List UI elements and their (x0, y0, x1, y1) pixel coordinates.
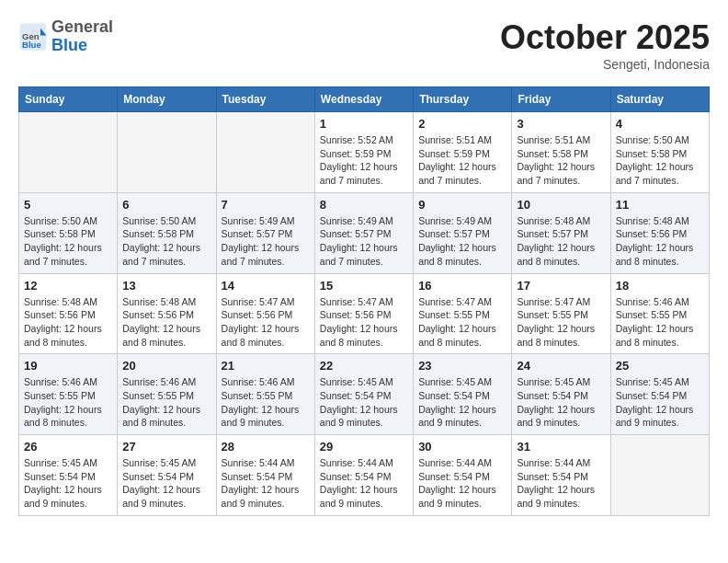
weekday-header-monday: Monday (118, 87, 216, 112)
day-info: Sunrise: 5:49 AMSunset: 5:57 PMDaylight:… (222, 214, 310, 269)
day-cell: 7Sunrise: 5:49 AMSunset: 5:57 PMDaylight… (216, 192, 314, 273)
day-number: 7 (222, 198, 310, 212)
day-cell: 13Sunrise: 5:48 AMSunset: 5:56 PMDayligh… (118, 273, 216, 354)
day-cell: 16Sunrise: 5:47 AMSunset: 5:55 PMDayligh… (414, 273, 512, 354)
day-cell: 11Sunrise: 5:48 AMSunset: 5:56 PMDayligh… (610, 192, 709, 273)
day-cell (19, 112, 118, 193)
day-number: 22 (320, 359, 408, 373)
title-block: October 2025 Sengeti, Indonesia (500, 18, 710, 72)
page-header: Gen Blue General Blue October 2025 Senge… (18, 18, 710, 72)
weekday-header-row: SundayMondayTuesdayWednesdayThursdayFrid… (19, 87, 710, 112)
day-number: 11 (616, 198, 704, 212)
day-cell: 27Sunrise: 5:45 AMSunset: 5:54 PMDayligh… (118, 435, 216, 516)
day-cell: 25Sunrise: 5:45 AMSunset: 5:54 PMDayligh… (610, 354, 709, 435)
day-number: 15 (320, 279, 408, 293)
day-info: Sunrise: 5:50 AMSunset: 5:58 PMDaylight:… (616, 133, 704, 188)
day-cell: 5Sunrise: 5:50 AMSunset: 5:58 PMDaylight… (19, 192, 118, 273)
day-info: Sunrise: 5:49 AMSunset: 5:57 PMDaylight:… (418, 214, 506, 269)
day-number: 18 (616, 279, 704, 293)
day-info: Sunrise: 5:44 AMSunset: 5:54 PMDaylight:… (222, 456, 310, 511)
logo-blue: Blue (51, 37, 113, 55)
day-cell: 10Sunrise: 5:48 AMSunset: 5:57 PMDayligh… (512, 192, 610, 273)
day-info: Sunrise: 5:52 AMSunset: 5:59 PMDaylight:… (320, 133, 408, 188)
day-cell: 14Sunrise: 5:47 AMSunset: 5:56 PMDayligh… (216, 273, 314, 354)
day-info: Sunrise: 5:45 AMSunset: 5:54 PMDaylight:… (418, 375, 506, 430)
day-number: 16 (418, 279, 506, 293)
day-info: Sunrise: 5:48 AMSunset: 5:57 PMDaylight:… (517, 214, 605, 269)
day-cell: 24Sunrise: 5:45 AMSunset: 5:54 PMDayligh… (512, 354, 610, 435)
day-info: Sunrise: 5:47 AMSunset: 5:56 PMDaylight:… (222, 295, 310, 350)
day-cell: 4Sunrise: 5:50 AMSunset: 5:58 PMDaylight… (610, 112, 709, 193)
week-row-4: 19Sunrise: 5:46 AMSunset: 5:55 PMDayligh… (19, 354, 710, 435)
day-cell: 17Sunrise: 5:47 AMSunset: 5:55 PMDayligh… (512, 273, 610, 354)
day-number: 31 (517, 440, 605, 454)
day-number: 6 (122, 198, 210, 212)
logo-icon: Gen Blue (18, 22, 48, 52)
day-cell (610, 435, 709, 516)
day-cell: 1Sunrise: 5:52 AMSunset: 5:59 PMDaylight… (314, 112, 413, 193)
day-info: Sunrise: 5:50 AMSunset: 5:58 PMDaylight:… (122, 214, 210, 269)
day-cell: 20Sunrise: 5:46 AMSunset: 5:55 PMDayligh… (118, 354, 216, 435)
day-info: Sunrise: 5:47 AMSunset: 5:55 PMDaylight:… (517, 295, 605, 350)
day-info: Sunrise: 5:45 AMSunset: 5:54 PMDaylight:… (616, 375, 704, 430)
day-info: Sunrise: 5:44 AMSunset: 5:54 PMDaylight:… (418, 456, 506, 511)
day-cell: 29Sunrise: 5:44 AMSunset: 5:54 PMDayligh… (314, 435, 413, 516)
day-info: Sunrise: 5:47 AMSunset: 5:55 PMDaylight:… (418, 295, 506, 350)
day-info: Sunrise: 5:50 AMSunset: 5:58 PMDaylight:… (24, 214, 112, 269)
day-number: 3 (517, 117, 605, 131)
day-cell: 22Sunrise: 5:45 AMSunset: 5:54 PMDayligh… (314, 354, 413, 435)
weekday-header-sunday: Sunday (19, 87, 118, 112)
day-cell: 28Sunrise: 5:44 AMSunset: 5:54 PMDayligh… (216, 435, 314, 516)
logo: Gen Blue General Blue (18, 18, 113, 55)
day-info: Sunrise: 5:46 AMSunset: 5:55 PMDaylight:… (616, 295, 704, 350)
day-number: 17 (517, 279, 605, 293)
day-number: 25 (616, 359, 704, 373)
day-number: 12 (24, 279, 112, 293)
day-number: 9 (418, 198, 506, 212)
day-info: Sunrise: 5:44 AMSunset: 5:54 PMDaylight:… (320, 456, 408, 511)
subtitle: Sengeti, Indonesia (500, 57, 710, 72)
logo-general: General (51, 18, 113, 37)
day-cell (118, 112, 216, 193)
day-number: 21 (222, 359, 310, 373)
day-number: 28 (222, 440, 310, 454)
day-cell: 2Sunrise: 5:51 AMSunset: 5:59 PMDaylight… (414, 112, 512, 193)
month-title: October 2025 (500, 18, 710, 57)
day-cell: 6Sunrise: 5:50 AMSunset: 5:58 PMDaylight… (118, 192, 216, 273)
logo-text: General Blue (51, 18, 113, 55)
day-number: 8 (320, 198, 408, 212)
day-number: 23 (418, 359, 506, 373)
day-number: 24 (517, 359, 605, 373)
week-row-5: 26Sunrise: 5:45 AMSunset: 5:54 PMDayligh… (19, 435, 710, 516)
day-number: 5 (24, 198, 112, 212)
day-info: Sunrise: 5:48 AMSunset: 5:56 PMDaylight:… (616, 214, 704, 269)
day-cell: 31Sunrise: 5:44 AMSunset: 5:54 PMDayligh… (512, 435, 610, 516)
svg-text:Blue: Blue (22, 40, 41, 50)
day-cell: 21Sunrise: 5:46 AMSunset: 5:55 PMDayligh… (216, 354, 314, 435)
day-info: Sunrise: 5:49 AMSunset: 5:57 PMDaylight:… (320, 214, 408, 269)
week-row-3: 12Sunrise: 5:48 AMSunset: 5:56 PMDayligh… (19, 273, 710, 354)
day-info: Sunrise: 5:45 AMSunset: 5:54 PMDaylight:… (122, 456, 210, 511)
day-info: Sunrise: 5:44 AMSunset: 5:54 PMDaylight:… (517, 456, 605, 511)
day-number: 13 (122, 279, 210, 293)
week-row-2: 5Sunrise: 5:50 AMSunset: 5:58 PMDaylight… (19, 192, 710, 273)
day-cell (216, 112, 314, 193)
weekday-header-friday: Friday (512, 87, 610, 112)
day-info: Sunrise: 5:45 AMSunset: 5:54 PMDaylight:… (517, 375, 605, 430)
day-number: 2 (418, 117, 506, 131)
calendar-table: SundayMondayTuesdayWednesdayThursdayFrid… (18, 86, 710, 516)
day-number: 19 (24, 359, 112, 373)
day-info: Sunrise: 5:46 AMSunset: 5:55 PMDaylight:… (222, 375, 310, 430)
day-info: Sunrise: 5:51 AMSunset: 5:58 PMDaylight:… (517, 133, 605, 188)
day-number: 4 (616, 117, 704, 131)
day-number: 14 (222, 279, 310, 293)
day-number: 29 (320, 440, 408, 454)
day-cell: 9Sunrise: 5:49 AMSunset: 5:57 PMDaylight… (414, 192, 512, 273)
week-row-1: 1Sunrise: 5:52 AMSunset: 5:59 PMDaylight… (19, 112, 710, 193)
day-info: Sunrise: 5:45 AMSunset: 5:54 PMDaylight:… (320, 375, 408, 430)
day-cell: 15Sunrise: 5:47 AMSunset: 5:56 PMDayligh… (314, 273, 413, 354)
day-number: 30 (418, 440, 506, 454)
day-info: Sunrise: 5:45 AMSunset: 5:54 PMDaylight:… (24, 456, 112, 511)
day-cell: 3Sunrise: 5:51 AMSunset: 5:58 PMDaylight… (512, 112, 610, 193)
day-number: 1 (320, 117, 408, 131)
